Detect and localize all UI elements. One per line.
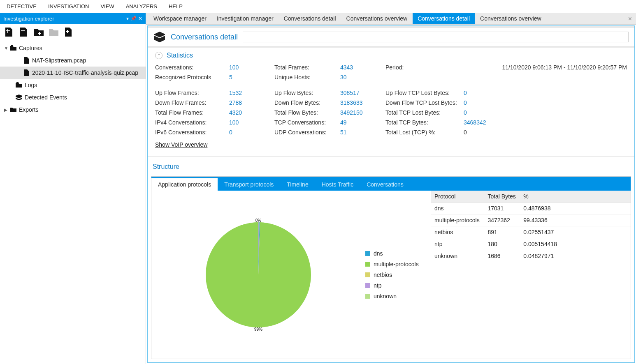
legend-swatch [365,283,370,288]
menu-detective[interactable]: DETECTIVE [1,1,42,12]
tab-conversations[interactable]: Conversations [360,178,410,191]
menu-help[interactable]: HELP [163,1,188,12]
tree-label: Captures [17,45,42,51]
stat-value: 0 [464,99,627,106]
tab-transport-protocols[interactable]: Transport protocols [218,178,280,191]
stat-value: 308517 [340,90,385,96]
sidebar-close-icon[interactable]: ✕ [138,16,142,21]
table-row[interactable]: ntp1800.005154418 [431,238,631,250]
legend-label: multiple-protocols [374,261,419,267]
add-folder-icon[interactable] [34,27,44,37]
svg-rect-1 [6,30,10,31]
legend-item: netbios [365,272,431,278]
tab-hosts-traffic[interactable]: Hosts Traffic [315,178,360,191]
tab-application-protocols[interactable]: Application protocols [151,178,218,191]
sidebar-menu-icon[interactable]: ▾ [126,16,129,21]
legend-item: dns [365,250,431,257]
stat-value: 3183633 [340,99,385,106]
sidebar-pin-icon[interactable]: 📌 [130,16,137,21]
menu-investigation[interactable]: INVESTIGATION [42,1,95,12]
stat-value: 100 [229,64,274,71]
tab-conversations-detail[interactable]: Conversations detail [279,13,341,24]
stat-value: 51 [340,129,385,136]
folder-disabled-icon [49,27,58,37]
cube-icon [153,31,166,43]
stat-label: Total Frames: [274,64,340,71]
stat-label: TCP Conversations: [274,119,340,126]
structure-section: Structure Application protocols Transpor… [148,157,634,362]
voip-overview-link[interactable]: Show VoIP overview [155,141,207,148]
menu-view[interactable]: VIEW [95,1,120,12]
search-box[interactable] [243,32,629,42]
legend-swatch [365,262,370,267]
pie-chart: 0% 99% [151,191,365,359]
legend-label: unknown [374,293,397,299]
tree-item-file[interactable]: 2020-11-10-ISC-traffic-analysis-quiz.pca… [0,67,146,79]
table-row[interactable]: multiple-protocols347236299.43336 [431,214,631,226]
legend-item: unknown [365,293,431,299]
svg-rect-8 [16,82,19,84]
tab-close-icon[interactable]: × [624,14,636,24]
tree-label: Detected Events [23,94,67,101]
tree-node-events[interactable]: Detected Events [0,91,146,104]
stat-label: IPv6 Conversations: [155,129,229,136]
panel-header: Conversations detail [148,26,634,46]
tab-conversations-overview[interactable]: Conversations overview [341,13,413,24]
stat-label: Total TCP Bytes: [385,119,464,126]
svg-rect-2 [21,30,25,31]
col-protocol[interactable]: Protocol [431,191,484,203]
table-row[interactable]: netbios8910.02551437 [431,226,631,238]
stat-value: 100 [229,119,274,126]
expander-icon[interactable]: ▶ [4,108,9,112]
stat-value: 0 [464,109,627,116]
tab-workspace-manager[interactable]: Workspace manager [149,13,212,24]
tree-node-logs[interactable]: Logs [0,79,146,91]
svg-rect-4 [38,33,41,34]
expander-icon[interactable]: ▼ [4,46,9,51]
col-pct[interactable]: % [520,191,560,203]
pie-bottom-label: 99% [254,327,262,332]
legend-swatch [365,251,370,256]
stat-label: Total Flow Frames: [155,109,229,116]
events-icon [15,94,23,101]
tree-node-captures[interactable]: ▼ Captures [0,42,146,54]
new-file-icon[interactable] [4,27,14,37]
menubar: DETECTIVE INVESTIGATION VIEW ANALYZERS H… [0,0,636,13]
legend-label: netbios [374,272,392,278]
folder-icon [9,107,17,113]
stat-label: Period: [385,64,464,71]
panel-title: Conversations detail [171,33,238,41]
tree-item-file[interactable]: NAT-Slipstream.pcap [0,54,146,67]
stat-label: Recognized Protocols [155,74,229,81]
stat-label: Down Flow TCP Lost Bytes: [385,99,464,106]
new-page-icon[interactable] [63,27,73,37]
stat-value: 4343 [340,64,385,71]
stat-value: 3468342 [464,119,627,126]
statistics-section: ˄ Statistics Conversations: 100 Total Fr… [148,48,634,154]
tree-node-exports[interactable]: ▶ Exports [0,104,146,116]
search-input[interactable] [243,32,628,42]
sidebar-title: Investigation explorer [3,16,126,22]
collapse-icon[interactable]: ˄ [155,52,162,59]
delete-file-icon[interactable] [19,27,29,37]
tab-timeline[interactable]: Timeline [280,178,315,191]
stat-label: Up Flow TCP Lost Bytes: [385,90,464,96]
stat-label: Total Flow Bytes: [274,109,340,116]
structure-tabs: Application protocols Transport protocol… [151,177,631,191]
legend-swatch [365,272,370,277]
tree-label: Logs [23,82,37,88]
tab-investigation-manager[interactable]: Investigation manager [212,13,279,24]
col-total-bytes[interactable]: Total Bytes [484,191,520,203]
menu-analyzers[interactable]: ANALYZERS [120,1,163,12]
table-row[interactable]: dns170310.4876938 [431,203,631,214]
tree-label: NAT-Slipstream.pcap [30,57,86,64]
tab-conversations-detail-active[interactable]: Conversations detail [413,13,475,24]
stat-value: 1532 [229,90,274,96]
tab-conversations-overview-2[interactable]: Conversations overview [475,13,547,24]
sidebar: Investigation explorer ▾ 📌 ✕ ▼ Captures … [0,13,146,364]
stat-label: Unique Hosts: [274,74,340,81]
document-tabs: Workspace manager Investigation manager … [146,13,636,25]
stat-label: Up Flow Frames: [155,90,229,96]
sidebar-titlebar: Investigation explorer ▾ 📌 ✕ [0,13,146,24]
table-row[interactable]: unknown16860.04827971 [431,250,631,262]
